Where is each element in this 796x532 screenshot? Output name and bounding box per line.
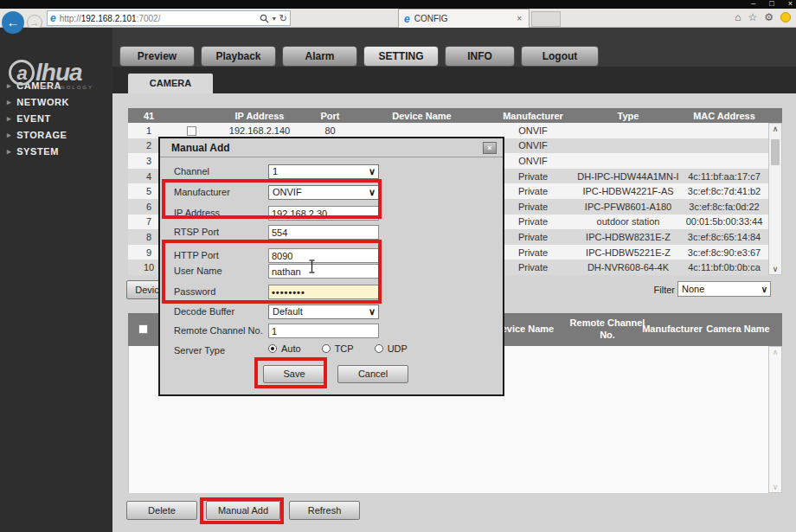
address-bar[interactable]: e http:// 192.168.2.101 :7002/ ▾ ↻ bbox=[47, 10, 291, 26]
column-type: Type bbox=[576, 111, 680, 121]
channel-label: Channel bbox=[174, 166, 209, 176]
new-tab-button[interactable] bbox=[531, 11, 561, 27]
ip-address-input[interactable] bbox=[268, 206, 379, 221]
row-checkbox[interactable] bbox=[187, 126, 196, 136]
radio-tcp-label: TCP bbox=[335, 343, 354, 354]
chevron-down-icon: ∨ bbox=[369, 305, 376, 318]
refresh-button[interactable]: Refresh bbox=[289, 501, 360, 520]
back-button[interactable]: ← bbox=[2, 11, 24, 34]
tab-favicon: e bbox=[404, 13, 410, 25]
ie-page-icon: e bbox=[50, 12, 56, 24]
sidebar-item-system[interactable]: ▸SYSTEM bbox=[0, 143, 112, 159]
dialog-close-button[interactable]: × bbox=[483, 142, 497, 154]
logo-tagline: TECHNOLOGY bbox=[40, 85, 93, 90]
device-table-header: 41 IP Address Port Device Name Manufactu… bbox=[128, 108, 782, 123]
smiley-icon[interactable] bbox=[780, 12, 791, 22]
cell: 3c:ef:8c:fa:0d:22 bbox=[680, 202, 768, 212]
save-button[interactable]: Save bbox=[263, 365, 325, 383]
sidebar-item-storage[interactable]: ▸STORAGE bbox=[0, 126, 112, 143]
dialog-title: Manual Add bbox=[160, 138, 503, 157]
sidebar-item-event[interactable]: ▸EVENT bbox=[0, 110, 112, 126]
sidebar-item-label: NETWORK bbox=[16, 97, 69, 107]
table-row[interactable]: 1192.168.2.14080ONVIF bbox=[128, 123, 768, 138]
cell: outdoor station bbox=[576, 216, 680, 227]
user-name-input[interactable] bbox=[268, 264, 379, 279]
rtsp-port-input[interactable] bbox=[268, 225, 379, 240]
search-icon[interactable] bbox=[260, 14, 269, 23]
cell: 192.168.2.140 bbox=[213, 125, 306, 136]
cell: 00:01:5b:00:33:44 bbox=[680, 216, 768, 227]
bottom-actions: Delete Manual Add Refresh bbox=[126, 501, 360, 520]
scroll-up-icon[interactable]: ∧ bbox=[769, 348, 781, 356]
select-all-checkbox[interactable] bbox=[138, 324, 148, 334]
column-port: Port bbox=[306, 111, 354, 121]
http-port-label: HTTP Port bbox=[174, 250, 219, 260]
password-input[interactable] bbox=[268, 285, 379, 299]
manual-add-dialog: Manual Add × Channel 1 ∨ Manufacturer ON… bbox=[158, 137, 504, 396]
sidebar-item-label: SYSTEM bbox=[16, 146, 59, 157]
scrollbar-thumb[interactable] bbox=[771, 139, 780, 165]
tab-close-icon[interactable]: × bbox=[515, 14, 523, 23]
arrow-right-icon: ▸ bbox=[7, 114, 11, 123]
cell-checkbox bbox=[170, 125, 213, 137]
password-label: Password bbox=[174, 286, 215, 297]
scroll-down-icon[interactable]: ∨ bbox=[769, 265, 781, 273]
back-icon: ← bbox=[7, 15, 20, 29]
scroll-up-icon[interactable]: ∧ bbox=[769, 125, 781, 133]
channel-select[interactable]: 1 ∨ bbox=[268, 164, 379, 179]
filter-select[interactable]: None ∨ bbox=[677, 281, 771, 297]
column-count: 41 bbox=[128, 111, 170, 121]
radio-udp-label: UDP bbox=[388, 343, 408, 354]
browser-tab[interactable]: e CONFIG × bbox=[398, 9, 530, 28]
radio-udp[interactable]: UDP bbox=[375, 343, 408, 354]
nav-setting-button[interactable]: SETTING bbox=[363, 46, 439, 67]
manual-add-button[interactable]: Manual Add bbox=[206, 501, 280, 520]
window-maximize-button[interactable]: □ bbox=[769, 0, 774, 9]
scroll-down-icon[interactable]: ∨ bbox=[769, 483, 781, 491]
cell: DH-IPC-HDW44A1MN-I bbox=[576, 171, 680, 182]
cell: IPC-HDBW5221E-Z bbox=[576, 247, 680, 258]
user-name-label: User Name bbox=[174, 266, 222, 276]
gear-icon[interactable]: ⚙ bbox=[764, 11, 774, 23]
main-nav: Preview Playback Alarm SETTING INFO Logo… bbox=[119, 46, 599, 67]
window-minimize-button[interactable]: – bbox=[751, 0, 755, 9]
browser-toolbar: ← → e http:// 192.168.2.101 :7002/ ▾ ↻ e… bbox=[0, 9, 796, 28]
nav-alarm-button[interactable]: Alarm bbox=[282, 46, 357, 67]
device-table-scrollbar[interactable]: ∧ ∨ bbox=[768, 123, 782, 275]
screen: – □ × ← → e http:// 192.168.2.101 :7002/… bbox=[0, 0, 796, 532]
nav-preview-button[interactable]: Preview bbox=[119, 46, 195, 67]
decode-buffer-select[interactable]: Default ∨ bbox=[268, 304, 379, 319]
cell: DH-NVR608-64-4K bbox=[576, 262, 680, 272]
http-port-input[interactable] bbox=[268, 248, 379, 263]
tab-camera[interactable]: CAMERA bbox=[128, 74, 213, 93]
home-icon[interactable]: ⌂ bbox=[735, 11, 741, 23]
cell: IPC-HDBW8231E-Z bbox=[576, 232, 680, 242]
manufacturer-select[interactable]: ONVIF ∨ bbox=[268, 185, 379, 200]
header-substrip bbox=[0, 67, 796, 93]
remote-channel-input[interactable] bbox=[268, 324, 379, 338]
radio-auto[interactable]: Auto bbox=[268, 343, 301, 354]
rtsp-port-label: RTSP Port bbox=[174, 227, 219, 237]
nav-playback-button[interactable]: Playback bbox=[201, 46, 276, 67]
radio-tcp[interactable]: TCP bbox=[322, 343, 354, 354]
arrow-right-icon: ▸ bbox=[7, 131, 11, 139]
cancel-button[interactable]: Cancel bbox=[337, 365, 408, 383]
chevron-down-icon: ∨ bbox=[761, 283, 767, 297]
nav-logout-button[interactable]: Logout bbox=[521, 46, 599, 67]
search-dropdown-icon[interactable]: ▾ bbox=[273, 15, 276, 22]
column-mac: MAC Address bbox=[680, 111, 768, 121]
cell: IPC-HDBW4221F-AS bbox=[576, 186, 680, 196]
sidebar-item-network[interactable]: ▸NETWORK bbox=[0, 93, 112, 110]
channel-value: 1 bbox=[273, 166, 278, 176]
added-table-scrollbar[interactable]: ∧ ∨ bbox=[768, 346, 782, 493]
cell: 80 bbox=[306, 125, 354, 136]
window-close-button[interactable]: × bbox=[788, 0, 793, 9]
column-device-name: Device Name bbox=[354, 111, 490, 121]
refresh-page-icon[interactable]: ↻ bbox=[279, 13, 287, 24]
logo-text: lhua bbox=[35, 59, 82, 87]
nav-info-button[interactable]: INFO bbox=[445, 46, 515, 67]
logo-ring: a bbox=[9, 60, 35, 86]
cell: 3c:ef:8c:7d:41:b2 bbox=[680, 186, 768, 196]
favorites-star-icon[interactable]: ☆ bbox=[748, 11, 757, 23]
delete-button[interactable]: Delete bbox=[126, 501, 197, 520]
